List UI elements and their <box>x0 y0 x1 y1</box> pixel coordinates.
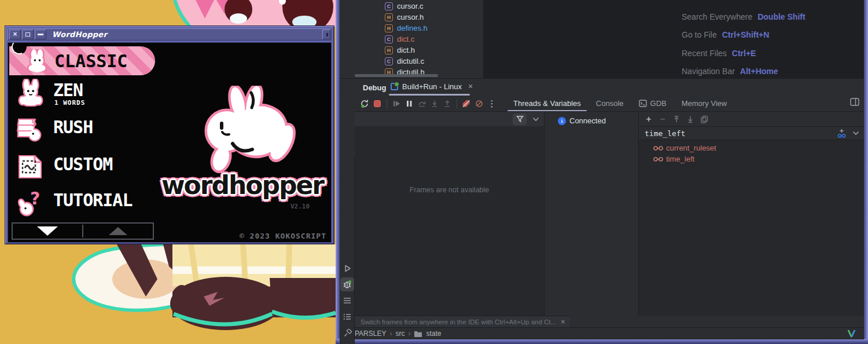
debug-view-tabs: Threads & Variables Console GDB Memory V… <box>513 99 727 108</box>
arrow-up-icon <box>109 227 127 235</box>
tab-threads-variables[interactable]: Threads & Variables <box>513 99 581 108</box>
ide-window: Ccursor.c Hcursor.h Hdefines.h Cdict.c H… <box>340 0 864 339</box>
stop-icon <box>374 100 381 107</box>
h-file-icon: H <box>385 13 393 21</box>
tutorial-icon[interactable]: ? <box>17 189 45 218</box>
hint-banner: Switch frames from anywhere in the IDE w… <box>355 316 570 327</box>
watch-glasses-icon <box>653 156 663 162</box>
restore-icon <box>25 32 30 36</box>
arrow-down-icon <box>37 226 58 236</box>
window-close-button[interactable]: × <box>9 30 21 39</box>
debug-tool-button[interactable] <box>340 277 354 291</box>
tab-gdb[interactable]: GDB <box>639 99 667 108</box>
copyright-label: © 2023 KOKOSCRIPT <box>240 232 326 240</box>
window-minimize-button[interactable] <box>35 30 46 39</box>
window-titlebar[interactable]: × WordHopper <box>8 28 332 41</box>
tray-area <box>847 329 856 338</box>
remove-watch-button[interactable]: − <box>656 113 669 126</box>
h-file-icon: H <box>385 46 393 54</box>
window-menu-button[interactable] <box>322 30 330 39</box>
ide-window-border-left <box>336 0 340 344</box>
menu-item-rush[interactable]: RUSH <box>53 117 93 137</box>
layout-settings-icon[interactable] <box>850 98 859 106</box>
run-tool-button[interactable] <box>340 261 354 275</box>
game-screen: CLASSIC ZEN 1 WORDS <box>8 42 332 243</box>
tab-close-icon[interactable]: × <box>468 82 473 91</box>
menu-item-zen[interactable]: ZEN <box>53 80 83 100</box>
c-file-icon: C <box>385 35 393 43</box>
step-over-button[interactable] <box>415 97 428 110</box>
chevron-down-icon[interactable] <box>532 117 539 122</box>
structure-tool-button[interactable] <box>340 294 354 308</box>
frames-header <box>355 112 544 126</box>
threads-pane: i Connected <box>544 112 638 316</box>
screen: × WordHopper CLASSIC <box>0 0 868 344</box>
debug-tool-window: Debug Build+Run - Linux × <box>340 78 864 339</box>
watch-entry-time-left[interactable]: time_left <box>639 153 864 164</box>
build-tool-button[interactable] <box>340 326 354 340</box>
step-into-button[interactable] <box>428 97 441 110</box>
tree-horizontal-scrollbar[interactable] <box>355 74 438 77</box>
chevron-down-icon[interactable] <box>852 131 859 136</box>
connection-status-label: Connected <box>569 116 606 125</box>
tab-memory-view[interactable]: Memory View <box>682 99 727 108</box>
stop-button[interactable] <box>371 97 384 110</box>
watch-entry-current-ruleset[interactable]: current_ruleset <box>639 142 864 153</box>
move-watch-up-button[interactable] <box>670 113 683 126</box>
scroll-up-button[interactable] <box>83 224 153 239</box>
menu-item-custom[interactable]: CUSTOM <box>53 154 112 174</box>
debug-session-tab[interactable]: Build+Run - Linux × <box>391 82 473 91</box>
tree-item-cursor-c[interactable]: Ccursor.c <box>340 1 483 12</box>
info-icon: i <box>558 117 566 125</box>
breadcrumb-src[interactable]: src <box>395 330 404 338</box>
add-watch-button[interactable]: + <box>642 113 655 126</box>
c-file-icon: C <box>385 57 393 65</box>
tree-item-defines-h[interactable]: Hdefines.h <box>340 23 483 34</box>
filter-button[interactable] <box>513 114 527 125</box>
scroll-down-button[interactable] <box>13 224 82 239</box>
toolbar-separator <box>457 99 457 108</box>
mute-breakpoints-button[interactable] <box>460 97 473 110</box>
editor-pane: Search EverywhereDouble Shift Go to File… <box>483 0 864 78</box>
breadcrumb-state[interactable]: state <box>426 330 441 338</box>
move-watch-down-button[interactable] <box>684 113 697 126</box>
menu-item-classic[interactable]: CLASSIC <box>9 46 155 75</box>
tab-console[interactable]: Console <box>596 99 624 108</box>
add-to-watches-icon[interactable] <box>837 129 847 138</box>
window-title: WordHopper <box>52 30 107 39</box>
classic-rabbit-icon <box>24 49 50 72</box>
copy-button[interactable] <box>698 113 711 126</box>
tree-item-dict-h[interactable]: Hdict.h <box>340 45 483 56</box>
breadcrumb-project[interactable]: PARSLEY <box>355 330 386 338</box>
debug-session-icon <box>391 83 398 90</box>
menu-scroll-arrows <box>12 222 154 240</box>
debug-caption: Debug <box>363 83 386 92</box>
zen-icon[interactable] <box>17 79 44 107</box>
resume-button[interactable] <box>390 97 403 110</box>
watches-pane: + − time_left <box>638 112 864 316</box>
watch-glasses-icon <box>653 145 663 151</box>
gdb-terminal-icon <box>639 100 647 107</box>
h-file-icon: H <box>385 24 393 32</box>
step-out-button[interactable] <box>441 97 454 110</box>
watch-expression-field[interactable]: time_left <box>639 126 864 140</box>
rerun-button[interactable] <box>358 97 371 110</box>
menu-item-tutorial[interactable]: TUTORIAL <box>53 190 133 210</box>
window-restore-button[interactable] <box>22 30 34 39</box>
tray-v-icon[interactable] <box>847 329 856 338</box>
pause-button[interactable] <box>403 97 415 110</box>
debug-toolbar: ⋮ Threads & Variables Console GDB Memory… <box>340 96 864 111</box>
custom-icon[interactable] <box>16 153 44 181</box>
tree-item-dictutil-c[interactable]: Cdictutil.c <box>340 56 483 67</box>
tree-item-cursor-h[interactable]: Hcursor.h <box>340 12 483 23</box>
view-breakpoints-button[interactable] <box>473 97 486 110</box>
banner-close-icon[interactable]: × <box>561 317 565 326</box>
project-tree-pane: Ccursor.c Hcursor.h Hdefines.h Cdict.c H… <box>340 0 483 78</box>
wordhopper-rabbit-logo <box>182 86 300 174</box>
more-options-button[interactable]: ⋮ <box>486 97 498 110</box>
rush-icon[interactable]: 5 <box>16 116 44 145</box>
shortcut-go-to-file: Go to FileCtrl+Shift+N <box>682 30 769 39</box>
ide-window-border-right <box>864 0 868 344</box>
tree-item-dict-c[interactable]: Cdict.c <box>340 34 483 45</box>
todo-tool-button[interactable] <box>340 310 354 324</box>
